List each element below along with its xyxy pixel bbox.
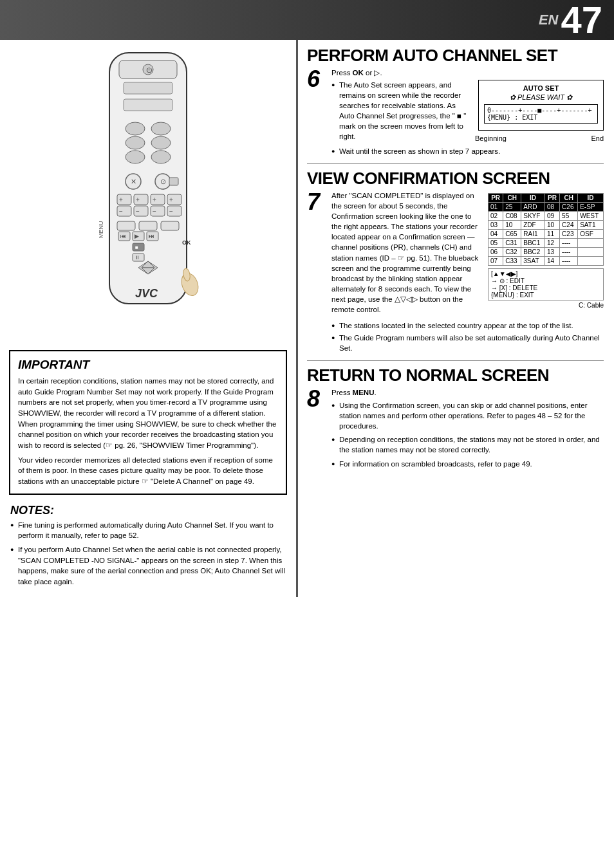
page-number: 47 [561, 1, 602, 39]
svg-text:−: − [169, 208, 173, 215]
notes-title: NOTES: [10, 504, 286, 517]
section7-title: VIEW CONFIRMATION SCREEN [307, 169, 604, 188]
svg-point-6 [126, 122, 145, 135]
step6-content: Press OK or ▷. The Auto Set screen appea… [331, 68, 604, 159]
table-row: 05C31BBC112---- [488, 238, 604, 247]
svg-point-7 [151, 122, 171, 135]
notes-list: Fine tuning is performed automatically d… [10, 520, 286, 587]
step6-row: 6 Press OK or ▷. The Auto Set screen app… [307, 68, 604, 159]
step7-row: 7 After "SCAN COMPLETED" is displayed on… [307, 190, 604, 355]
right-inner: PERFORM AUTO CHANNEL SET 6 Press OK or ▷… [298, 40, 614, 483]
progress-bar: 0-------+----■----+-------+ {MENU} : EXI… [484, 104, 598, 124]
cell-2-3: 10 [544, 220, 559, 229]
section6-title: PERFORM AUTO CHANNEL SET [307, 46, 604, 65]
table-row: 04C65RAI111C23OSF [488, 229, 604, 238]
svg-text:✕: ✕ [131, 178, 136, 185]
step6-body: The Auto Set screen appears, and remains… [331, 80, 604, 144]
en-label: EN [539, 12, 559, 28]
step6-bullet-1: The Auto Set screen appears, and remains… [331, 80, 470, 142]
auto-set-title: AUTO SET [484, 84, 598, 92]
th-id1: ID [521, 193, 545, 202]
cell-5-2: BBC2 [521, 247, 545, 256]
svg-text:⏻: ⏻ [146, 67, 153, 73]
step6-diagram: AUTO SET ✿ PLEASE WAIT ✿ 0-------+----■-… [475, 80, 604, 144]
cell-1-3: 09 [544, 211, 559, 220]
divider2 [307, 360, 604, 361]
svg-text:▶: ▶ [135, 233, 139, 239]
svg-text:+: + [153, 196, 156, 203]
cell-3-3: 11 [544, 229, 559, 238]
cell-1-5: WEST [578, 211, 604, 220]
step6-text: The Auto Set screen appears, and remains… [331, 80, 470, 144]
svg-point-11 [151, 151, 171, 163]
confirmation-table: PR CH ID PR CH ID 0125ARD08C26E [488, 193, 604, 266]
step8-bullet-1: Using the Confirmation screen, you can s… [331, 400, 604, 431]
svg-rect-33 [117, 221, 135, 230]
important-para-1: In certain reception conditions, station… [18, 376, 278, 451]
step7-bullets: The stations located in the selected cou… [331, 320, 604, 353]
conf-table-footer: [▲▼◀▶] → ⊙ : EDIT → [X] : DELETE {MENU} … [488, 268, 604, 300]
cell-0-5: E-SP [578, 202, 604, 211]
cell-2-1: 10 [503, 220, 521, 229]
cell-3-1: C65 [503, 229, 521, 238]
cell-6-1: C33 [503, 256, 521, 265]
cell-6-3: 14 [544, 256, 559, 265]
divider1 [307, 163, 604, 164]
table-row: 0310ZDF10C24SAT1 [488, 220, 604, 229]
step8-press: Press MENU. [331, 387, 604, 398]
step7-bullet-1: The stations located in the selected cou… [331, 320, 604, 331]
cell-1-4: 55 [560, 211, 578, 220]
cell-5-4: ---- [560, 247, 578, 256]
beginning-end: Beginning End [475, 134, 604, 142]
step7-text: After "SCAN COMPLETED" is displayed on t… [331, 190, 483, 317]
cell-4-3: 12 [544, 238, 559, 247]
end-label: End [591, 134, 604, 142]
step8-number: 8 [307, 387, 325, 472]
step8-row: 8 Press MENU. Using the Confirmation scr… [307, 387, 604, 472]
cell-3-4: C23 [560, 229, 578, 238]
svg-point-9 [151, 136, 171, 149]
cell-4-0: 05 [488, 238, 503, 247]
cell-1-2: SKYF [521, 211, 545, 220]
cell-5-0: 06 [488, 247, 503, 256]
important-box: IMPORTANT In certain reception condition… [9, 350, 287, 495]
cell-0-2: ARD [521, 202, 545, 211]
auto-set-diagram: AUTO SET ✿ PLEASE WAIT ✿ 0-------+----■-… [478, 80, 604, 131]
svg-rect-4 [124, 82, 172, 94]
notes-section: NOTES: Fine tuning is performed automati… [9, 504, 287, 587]
svg-rect-35 [161, 221, 179, 230]
svg-text:⏮: ⏮ [120, 233, 126, 239]
step6-number: 6 [307, 68, 325, 159]
cell-4-2: BBC1 [521, 238, 545, 247]
step6-press: Press OK or ▷. [331, 68, 604, 78]
svg-text:⏭: ⏭ [149, 233, 154, 239]
step7-content: After "SCAN COMPLETED" is displayed on t… [331, 190, 604, 355]
cell-0-0: 01 [488, 202, 503, 211]
menu-exit-label: {MENU} : EXIT [487, 114, 595, 121]
cell-1-1: C08 [503, 211, 521, 220]
cell-6-4: ---- [560, 256, 578, 265]
remote-illustration: ⏻ ✕ ⊙ + [9, 46, 287, 342]
svg-text:+: + [119, 196, 123, 203]
beginning-label: Beginning [475, 134, 507, 142]
svg-text:+: + [136, 196, 140, 203]
step6-bullets: The Auto Set screen appears, and remains… [331, 80, 470, 142]
svg-rect-5 [124, 99, 172, 111]
cell-0-1: 25 [503, 202, 521, 211]
cell-0-3: 08 [544, 202, 559, 211]
svg-rect-16 [169, 178, 178, 185]
remote-svg: ⏻ ✕ ⊙ + [77, 46, 219, 342]
section8-title: RETURN TO NORMAL SCREEN [307, 366, 604, 385]
step8-bullets: Using the Confirmation screen, you can s… [331, 400, 604, 469]
svg-text:MENU: MENU [98, 221, 104, 239]
notes-item-1: Fine tuning is performed automatically d… [10, 520, 286, 541]
cable-note: C: Cable [488, 302, 604, 309]
step7-body: After "SCAN COMPLETED" is displayed on t… [331, 190, 604, 317]
svg-text:−: − [119, 208, 123, 215]
step8-bullet-2: Depending on reception conditions, the s… [331, 434, 604, 455]
table-row: 06C32BBC213---- [488, 247, 604, 256]
svg-text:−: − [153, 208, 156, 215]
svg-text:⊙: ⊙ [160, 178, 166, 185]
svg-text:JVC: JVC [135, 287, 158, 300]
cell-6-5 [578, 256, 604, 265]
